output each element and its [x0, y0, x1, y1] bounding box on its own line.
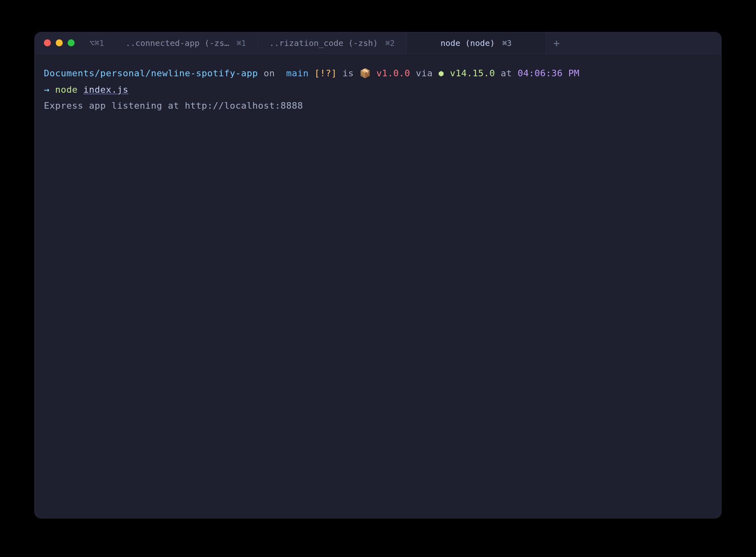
- terminal-window: ⌥⌘1 ..connected-app (-zs… ⌘1 ..rization_…: [34, 32, 722, 518]
- prompt-on: on: [258, 68, 280, 78]
- prompt-line: Documents/personal/newline-spotify-app o…: [44, 65, 712, 82]
- close-button[interactable]: [44, 39, 51, 46]
- tab-label: ..rization_code (-zsh): [269, 38, 378, 48]
- tab-shortcut: ⌘3: [502, 39, 512, 48]
- tab-2[interactable]: ..rization_code (-zsh) ⌘2: [258, 32, 407, 53]
- node-icon: ⬢: [438, 70, 444, 78]
- new-tab-button[interactable]: +: [546, 32, 567, 53]
- package-icon: 📦: [360, 68, 371, 78]
- prompt-path: Documents/personal/newline-spotify-app: [44, 68, 258, 78]
- command-arg: index.js: [83, 84, 128, 95]
- plus-icon: +: [553, 37, 560, 49]
- tab-shortcut: ⌘2: [385, 39, 395, 48]
- prompt-branch: main: [280, 68, 314, 78]
- traffic-lights: [35, 39, 84, 46]
- prompt-time: 04:06:36 PM: [517, 68, 579, 78]
- tab-shortcut: ⌘1: [237, 39, 246, 48]
- output-line: Express app listening at http://localhos…: [44, 98, 712, 114]
- prompt-via: via: [416, 68, 438, 78]
- titlebar: ⌥⌘1 ..connected-app (-zs… ⌘1 ..rization_…: [35, 32, 721, 54]
- tab-bar: ..connected-app (-zs… ⌘1 ..rization_code…: [114, 32, 567, 53]
- terminal-body[interactable]: Documents/personal/newline-spotify-app o…: [35, 54, 721, 518]
- prompt-package-version: v1.0.0: [371, 68, 416, 78]
- prompt-arrow-icon: →: [44, 84, 55, 95]
- prompt-node-version: v14.15.0: [444, 68, 501, 78]
- minimize-button[interactable]: [56, 39, 63, 46]
- maximize-button[interactable]: [68, 39, 75, 46]
- command-line: → node index.js: [44, 82, 712, 98]
- prompt-at: at: [501, 68, 517, 78]
- tab-label: ..connected-app (-zs…: [125, 38, 229, 48]
- command-name: node: [55, 84, 84, 95]
- tab-3[interactable]: node (node) ⌘3: [407, 32, 546, 53]
- prompt-is: is: [337, 68, 360, 78]
- tab-label: node (node): [441, 38, 495, 48]
- prompt-git-status: [!?]: [314, 68, 337, 78]
- window-hotkey-hint: ⌥⌘1: [89, 38, 104, 48]
- tab-1[interactable]: ..connected-app (-zs… ⌘1: [114, 32, 258, 53]
